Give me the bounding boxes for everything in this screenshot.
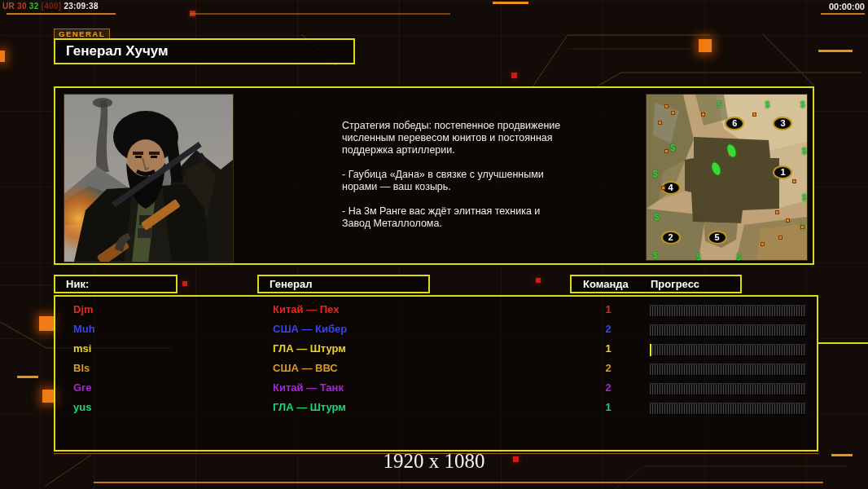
supply-dot-icon	[752, 112, 756, 117]
player-nick: Gre	[73, 378, 91, 398]
hud-session-info: UR3032[400]23:09:38	[2, 2, 101, 11]
table-row: yus ГЛА — Штурм 1	[55, 398, 817, 417]
player-general: Китай — Танк	[273, 378, 344, 398]
supply-dot-icon	[792, 179, 796, 183]
supply-dot-icon	[761, 242, 765, 246]
money-icon: $	[800, 101, 805, 109]
supply-dot-icon	[671, 111, 675, 115]
decor-square-red	[536, 278, 541, 283]
progress-bar	[650, 383, 806, 395]
decor-line	[818, 50, 853, 52]
header-team-progress: Команда Прогресс	[570, 275, 742, 293]
player-team: 1	[600, 300, 616, 319]
money-icon: $	[655, 214, 660, 222]
supply-dot-icon	[800, 225, 804, 229]
header-progress: Прогресс	[651, 276, 699, 292]
decor-line	[190, 13, 450, 15]
resolution-label: 1920 x 1080	[0, 450, 868, 473]
decor-line	[94, 482, 823, 483]
table-row: Bls США — ВВС 2	[55, 359, 817, 378]
player-nick: msi	[73, 339, 91, 359]
supply-dot-icon	[775, 210, 779, 214]
header-nick: Ник:	[54, 275, 178, 293]
table-row: msi ГЛА — Штурм 1	[55, 339, 817, 359]
player-team: 2	[600, 378, 616, 398]
player-nick: yus	[73, 398, 91, 417]
player-team: 2	[600, 359, 616, 378]
money-icon: $	[717, 101, 722, 109]
progress-bar	[650, 344, 806, 356]
decor-line	[17, 376, 38, 378]
table-row: Djm Китай — Пех 1	[55, 300, 817, 319]
progress-bar-fill	[650, 344, 651, 356]
money-icon: $	[765, 101, 770, 109]
portrait-art	[64, 95, 233, 262]
header-team: Команда	[583, 276, 629, 292]
briefing-paragraph: - На 3м Ранге вас ждёт элитная техника и…	[342, 205, 567, 230]
hud-timer: 00:00:00	[829, 2, 865, 11]
hud-segment: 30	[17, 2, 27, 11]
decor-square-red	[182, 281, 187, 286]
hud-segment: [400]	[42, 2, 62, 11]
player-nick: Djm	[73, 300, 94, 319]
money-icon: $	[671, 144, 676, 152]
briefing-text: Стратегия победы: постепенное продвижени…	[342, 120, 567, 242]
spawn-marker: 2	[661, 231, 681, 244]
general-portrait	[64, 94, 234, 262]
decor-square	[39, 316, 54, 331]
table-row: Muh США — Кибер 2	[55, 319, 817, 339]
map-preview: 631425$$$$$$$$$$$$	[646, 94, 808, 261]
progress-bar	[650, 305, 806, 317]
briefing-paragraph: Стратегия победы: постепенное продвижени…	[342, 120, 567, 156]
supply-dot-icon	[664, 149, 669, 153]
player-general: ГЛА — Штурм	[273, 339, 346, 359]
player-team: 1	[600, 398, 616, 417]
supply-dot-icon	[778, 236, 783, 240]
supply-dot-icon	[664, 104, 669, 108]
decor-line	[821, 13, 865, 15]
player-nick: Muh	[73, 319, 95, 339]
supply-dot-icon	[661, 186, 665, 190]
player-general: США — Кибер	[273, 319, 347, 339]
spawn-marker: 6	[725, 117, 744, 130]
hud-segment: 32	[29, 2, 39, 11]
decor-square-red	[511, 73, 517, 78]
player-table-body: Djm Китай — Пех 1 Muh США — Кибер 2 msi …	[55, 300, 817, 417]
spawn-marker: 3	[773, 117, 792, 130]
money-icon: $	[653, 252, 658, 260]
player-nick: Bls	[73, 359, 90, 378]
player-general: ГЛА — Штурм	[273, 398, 346, 417]
briefing-paragraph: - Гаубица «Дана» в связке с улучшенными …	[342, 169, 567, 193]
decor-square	[0, 51, 5, 62]
money-icon: $	[696, 253, 701, 262]
player-table: Djm Китай — Пех 1 Muh США — Кибер 2 msi …	[54, 295, 818, 452]
decor-square	[699, 39, 712, 52]
table-row: Gre Китай — Танк 2	[55, 378, 817, 398]
supply-dot-icon	[701, 112, 705, 117]
progress-bar	[650, 403, 806, 415]
player-general: Китай — Пех	[273, 300, 339, 319]
money-icon: $	[802, 148, 807, 156]
supply-dot-icon	[658, 121, 662, 125]
header-general: Генерал	[257, 275, 430, 293]
supply-dot-icon	[786, 218, 790, 222]
money-icon: $	[736, 253, 741, 262]
page-title: Генерал Хучум	[54, 38, 355, 64]
spawn-marker: 5	[708, 231, 727, 244]
progress-bar	[650, 363, 806, 376]
hud-segment: 23:09:38	[64, 2, 98, 11]
money-icon: $	[653, 170, 658, 178]
player-team: 2	[600, 319, 616, 339]
player-general: США — ВВС	[273, 359, 338, 378]
player-team: 1	[600, 339, 616, 359]
decor-line	[493, 2, 528, 4]
decor-line	[7, 13, 116, 15]
hud-segment: UR	[2, 2, 15, 11]
money-icon: $	[802, 194, 807, 202]
decor-line-yellow	[818, 342, 868, 344]
progress-bar	[650, 324, 806, 337]
